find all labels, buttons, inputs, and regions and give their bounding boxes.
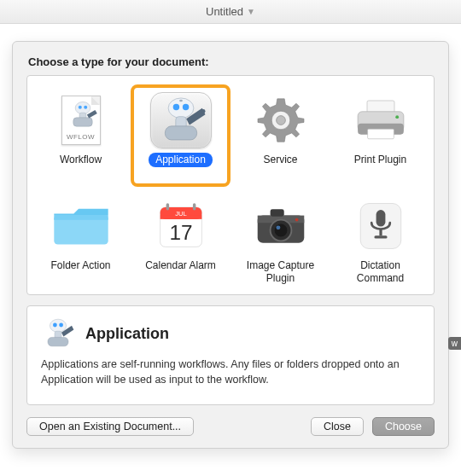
document-type-print-plugin[interactable]: Print Plugin: [332, 86, 429, 185]
document-type-calendar-alarm[interactable]: JUL 17 Calendar Alarm: [132, 192, 229, 291]
window-titlebar: Untitled ▼: [0, 0, 461, 24]
camera-icon: [248, 197, 313, 255]
svg-point-33: [276, 225, 280, 229]
window-title: Untitled: [206, 5, 243, 18]
document-type-sheet: Choose a type for your document: WFLOW: [12, 41, 449, 449]
svg-text:JUL: JUL: [175, 210, 186, 218]
svg-rect-14: [367, 101, 394, 113]
workflow-icon: WFLOW: [49, 91, 114, 149]
type-description-title: Application: [85, 325, 169, 343]
document-type-label: Service: [256, 153, 304, 167]
svg-rect-25: [192, 203, 195, 210]
document-type-label: Application: [149, 153, 213, 167]
sheet-button-row: Open an Existing Document... Close Choos…: [26, 417, 435, 436]
printer-icon: [348, 91, 413, 149]
svg-point-34: [295, 218, 298, 222]
open-existing-button[interactable]: Open an Existing Document...: [26, 417, 194, 436]
svg-point-40: [53, 323, 57, 328]
svg-rect-4: [73, 118, 91, 126]
svg-point-39: [50, 319, 66, 332]
svg-rect-30: [270, 209, 283, 217]
sheet-prompt: Choose a type for your document:: [28, 55, 433, 68]
folder-icon: [49, 197, 114, 255]
calendar-icon: JUL 17: [149, 197, 213, 255]
document-type-application[interactable]: Application: [132, 86, 229, 185]
svg-rect-37: [379, 229, 382, 236]
document-type-label: Dictation Command: [334, 258, 427, 286]
document-type-image-capture-plugin[interactable]: Image Capture Plugin: [232, 192, 329, 291]
svg-point-11: [201, 109, 205, 113]
document-type-folder-action[interactable]: Folder Action: [32, 192, 129, 291]
svg-text:17: 17: [169, 221, 192, 244]
svg-point-7: [182, 104, 188, 110]
svg-point-13: [276, 116, 285, 125]
document-type-dictation-command[interactable]: Dictation Command: [332, 192, 429, 291]
choose-button[interactable]: Choose: [372, 417, 435, 436]
type-description-text: Applications are self-running workflows.…: [41, 357, 420, 387]
svg-rect-43: [48, 337, 68, 345]
svg-rect-36: [376, 210, 385, 226]
svg-point-8: [179, 100, 183, 102]
microphone-icon: [348, 197, 413, 255]
document-type-label: Folder Action: [44, 258, 117, 273]
chevron-down-icon: ▼: [247, 7, 255, 16]
file-extension-tag: WFLOW: [67, 133, 95, 141]
svg-point-1: [78, 106, 81, 109]
close-button[interactable]: Close: [311, 417, 364, 436]
document-type-service[interactable]: Service: [232, 86, 329, 185]
svg-point-2: [84, 106, 87, 109]
svg-rect-17: [367, 129, 394, 139]
document-type-label: Workflow: [53, 153, 108, 167]
edge-tag: w: [448, 337, 461, 350]
svg-point-32: [274, 224, 287, 237]
document-type-grid: WFLOW Workflow: [26, 75, 435, 295]
svg-point-6: [172, 104, 178, 110]
svg-rect-38: [374, 235, 387, 238]
application-icon-small: [41, 318, 75, 349]
svg-point-41: [59, 323, 63, 328]
svg-rect-20: [54, 215, 108, 220]
document-type-label: Image Capture Plugin: [234, 258, 327, 286]
svg-point-18: [395, 115, 399, 119]
svg-rect-10: [165, 126, 196, 140]
gear-icon: [248, 91, 313, 149]
document-type-label: Print Plugin: [347, 153, 413, 167]
document-type-workflow[interactable]: WFLOW Workflow: [32, 86, 129, 185]
document-type-label: Calendar Alarm: [138, 258, 223, 273]
svg-rect-24: [166, 203, 168, 210]
svg-point-0: [75, 102, 90, 113]
application-icon: [149, 91, 213, 149]
type-description-panel: Application Applications are self-runnin…: [26, 305, 435, 405]
